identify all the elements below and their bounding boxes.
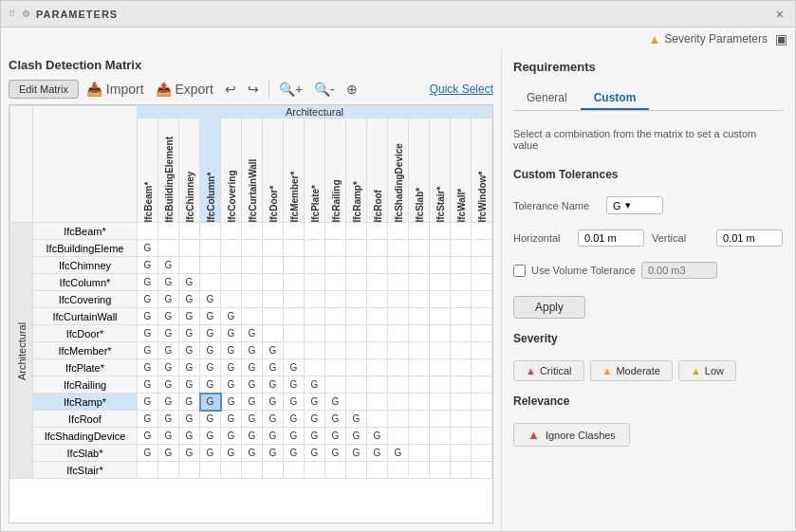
redo-button[interactable]: ↪ bbox=[244, 80, 263, 99]
matrix-cell[interactable]: G bbox=[179, 359, 200, 376]
matrix-cell[interactable]: G bbox=[346, 428, 367, 445]
matrix-cell[interactable] bbox=[367, 462, 388, 479]
matrix-cell[interactable] bbox=[325, 325, 346, 342]
matrix-cell[interactable]: G bbox=[138, 428, 158, 445]
matrix-cell[interactable] bbox=[430, 257, 451, 274]
matrix-cell[interactable] bbox=[346, 376, 367, 394]
matrix-cell[interactable] bbox=[388, 428, 409, 445]
matrix-cell[interactable]: G bbox=[284, 359, 305, 376]
matrix-cell[interactable] bbox=[305, 291, 325, 308]
matrix-cell[interactable] bbox=[367, 223, 388, 240]
matrix-cell[interactable] bbox=[430, 291, 451, 308]
matrix-cell[interactable]: G bbox=[158, 308, 179, 325]
matrix-cell[interactable] bbox=[451, 291, 472, 308]
matrix-cell[interactable] bbox=[367, 274, 388, 291]
matrix-cell[interactable] bbox=[367, 359, 388, 376]
matrix-cell[interactable] bbox=[409, 223, 430, 240]
matrix-cell[interactable] bbox=[472, 428, 492, 445]
matrix-cell[interactable] bbox=[346, 240, 367, 257]
matrix-cell[interactable] bbox=[284, 274, 305, 291]
matrix-cell[interactable] bbox=[367, 394, 388, 411]
matrix-cell[interactable] bbox=[305, 223, 325, 240]
matrix-cell[interactable] bbox=[284, 308, 305, 325]
matrix-cell[interactable]: G bbox=[305, 394, 325, 411]
matrix-cell[interactable] bbox=[409, 240, 430, 257]
matrix-cell[interactable] bbox=[325, 308, 346, 325]
matrix-cell[interactable] bbox=[346, 342, 367, 359]
matrix-cell[interactable] bbox=[305, 274, 325, 291]
matrix-cell[interactable]: G bbox=[158, 291, 179, 308]
matrix-cell[interactable] bbox=[430, 445, 451, 462]
matrix-cell[interactable] bbox=[451, 274, 472, 291]
matrix-cell[interactable] bbox=[430, 274, 451, 291]
matrix-cell[interactable]: G bbox=[179, 445, 200, 462]
matrix-cell[interactable] bbox=[430, 411, 451, 428]
matrix-cell[interactable] bbox=[242, 308, 263, 325]
matrix-cell[interactable] bbox=[305, 462, 325, 479]
matrix-cell[interactable] bbox=[409, 342, 430, 359]
matrix-cell[interactable]: G bbox=[284, 376, 305, 394]
matrix-cell[interactable]: G bbox=[284, 445, 305, 462]
matrix-cell[interactable] bbox=[158, 240, 179, 257]
matrix-cell[interactable] bbox=[367, 342, 388, 359]
matrix-cell[interactable]: G bbox=[221, 308, 242, 325]
matrix-cell[interactable] bbox=[158, 462, 179, 479]
matrix-cell[interactable] bbox=[451, 359, 472, 376]
use-volume-checkbox[interactable] bbox=[513, 265, 526, 277]
low-button[interactable]: ▲ Low bbox=[678, 360, 736, 381]
matrix-cell[interactable] bbox=[367, 376, 388, 394]
matrix-cell[interactable] bbox=[472, 240, 492, 257]
matrix-cell[interactable] bbox=[284, 325, 305, 342]
matrix-cell[interactable] bbox=[451, 308, 472, 325]
matrix-cell[interactable]: G bbox=[138, 394, 158, 411]
matrix-cell[interactable] bbox=[179, 462, 200, 479]
matrix-cell[interactable] bbox=[472, 411, 492, 428]
edit-matrix-button[interactable]: Edit Matrix bbox=[9, 80, 79, 99]
matrix-cell[interactable]: G bbox=[242, 411, 263, 428]
matrix-cell[interactable]: G bbox=[158, 428, 179, 445]
matrix-cell[interactable] bbox=[346, 291, 367, 308]
matrix-cell[interactable] bbox=[325, 223, 346, 240]
matrix-cell[interactable] bbox=[472, 394, 492, 411]
matrix-cell[interactable] bbox=[221, 223, 242, 240]
horizontal-input[interactable] bbox=[578, 229, 644, 247]
matrix-cell[interactable] bbox=[472, 325, 492, 342]
matrix-cell[interactable] bbox=[472, 359, 492, 376]
matrix-cell[interactable] bbox=[472, 462, 492, 479]
matrix-cell[interactable] bbox=[200, 462, 221, 479]
undo-button[interactable]: ↩ bbox=[221, 80, 240, 99]
matrix-cell[interactable]: G bbox=[221, 445, 242, 462]
matrix-cell[interactable]: G bbox=[263, 376, 284, 394]
matrix-cell[interactable] bbox=[346, 462, 367, 479]
import-button[interactable]: 📥 Import bbox=[83, 80, 148, 99]
matrix-cell[interactable] bbox=[284, 291, 305, 308]
matrix-cell[interactable]: G bbox=[138, 359, 158, 376]
matrix-cell[interactable] bbox=[179, 257, 200, 274]
matrix-cell[interactable] bbox=[388, 291, 409, 308]
matrix-cell[interactable]: G bbox=[158, 445, 179, 462]
matrix-cell[interactable] bbox=[138, 462, 158, 479]
matrix-cell[interactable] bbox=[242, 462, 263, 479]
matrix-cell[interactable]: G bbox=[346, 411, 367, 428]
matrix-cell[interactable] bbox=[451, 411, 472, 428]
matrix-cell[interactable] bbox=[242, 291, 263, 308]
matrix-cell[interactable]: G bbox=[263, 342, 284, 359]
matrix-cell[interactable]: G bbox=[138, 274, 158, 291]
matrix-cell[interactable] bbox=[325, 240, 346, 257]
matrix-cell[interactable] bbox=[367, 325, 388, 342]
matrix-cell[interactable] bbox=[200, 223, 221, 240]
matrix-cell[interactable] bbox=[346, 359, 367, 376]
matrix-cell[interactable] bbox=[346, 274, 367, 291]
matrix-cell[interactable] bbox=[263, 240, 284, 257]
moderate-button[interactable]: ▲ Moderate bbox=[590, 360, 673, 381]
matrix-cell[interactable]: G bbox=[284, 394, 305, 411]
matrix-cell[interactable]: G bbox=[305, 411, 325, 428]
matrix-cell[interactable] bbox=[158, 223, 179, 240]
matrix-cell[interactable] bbox=[284, 342, 305, 359]
matrix-cell[interactable] bbox=[409, 291, 430, 308]
matrix-cell[interactable] bbox=[200, 274, 221, 291]
matrix-cell[interactable]: G bbox=[179, 428, 200, 445]
matrix-cell[interactable] bbox=[179, 223, 200, 240]
matrix-cell[interactable]: G bbox=[242, 428, 263, 445]
matrix-cell[interactable]: G bbox=[179, 291, 200, 308]
